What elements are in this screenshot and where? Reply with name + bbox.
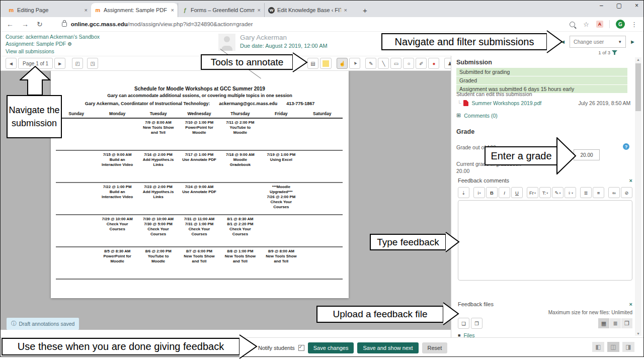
save-changes-button[interactable]: Save changes [308, 342, 354, 353]
panel-scrollbar[interactable]: ▲ ▼ [635, 57, 641, 336]
course-link[interactable]: Course: ackerman Ackerman's Sandbox [6, 33, 100, 40]
tab-close-icon[interactable]: × [171, 7, 174, 13]
reset-button[interactable]: Reset [422, 342, 448, 353]
refresh-icon[interactable]: ↻ [37, 20, 43, 28]
pdf-file-icon [463, 100, 468, 106]
forward-icon[interactable]: → [22, 20, 29, 28]
tree-view-icon[interactable]: ❒ [621, 318, 632, 328]
callout-type-feedback: Type feedback [370, 234, 446, 250]
bold-icon[interactable]: B [486, 187, 498, 198]
panel-scroll-thumb[interactable] [635, 63, 641, 111]
icon-view-icon[interactable]: ▦ [598, 318, 609, 328]
view-all-submissions-link[interactable]: View all submissions [6, 48, 100, 55]
comment-icon[interactable]: ▤ [307, 58, 318, 69]
select-icon[interactable]: ➤ [349, 58, 360, 69]
close-icon[interactable]: × [635, 2, 638, 9]
help-icon[interactable]: ? [623, 143, 629, 150]
italic-icon[interactable]: I [499, 187, 510, 198]
current-grade-value: 20.00 [456, 168, 469, 174]
collapse-icon[interactable]: × [629, 301, 632, 307]
zoom-icon[interactable] [570, 22, 575, 27]
tab-close-icon[interactable]: × [85, 7, 88, 13]
schedule-cell [56, 217, 97, 245]
annotation-toolbar: ▤☝➤✎╲▭○✐●♟× [307, 58, 468, 69]
scroll-up-icon[interactable]: ▲ [635, 58, 641, 61]
filter-funnel-icon[interactable] [612, 50, 617, 55]
browser-tab[interactable]: ƒForms – Greenfield Community C× [178, 3, 264, 17]
highlight-pen-icon[interactable]: ✐ [416, 58, 427, 69]
pdf-days-row: SundayMondayTuesdayWednesdayThursdayFrid… [56, 111, 343, 119]
pan-icon[interactable]: ☝ [337, 58, 348, 69]
new-folder-icon[interactable]: ❐ [471, 318, 482, 329]
student-avatar [218, 34, 235, 51]
unordered-list-icon[interactable]: ≣ [580, 187, 592, 198]
font-size-icon[interactable]: T:▾ [539, 187, 551, 198]
expand-view-icon[interactable]: ◳ [87, 58, 98, 69]
change-user-select[interactable]: Change user ▼ [570, 36, 626, 48]
new-tab-button[interactable]: + [363, 6, 367, 15]
annotation-color-icon[interactable]: ● [428, 58, 439, 69]
notify-students-checkbox[interactable] [298, 345, 304, 351]
browser-tab[interactable]: mEditing Page× [5, 3, 91, 17]
link-icon[interactable]: ∞ [608, 187, 620, 198]
feedback-comments-textarea[interactable] [458, 200, 632, 281]
gear-icon[interactable]: ⚙ [67, 41, 72, 47]
adobe-extension-icon[interactable]: A [596, 21, 603, 28]
browser-menu-icon[interactable]: ⋮ [631, 21, 637, 28]
browser-tab[interactable]: mAssignment: Sample PDF× [91, 3, 178, 17]
minimize-icon[interactable]: – [600, 2, 603, 9]
next-page-icon[interactable]: ► [54, 58, 65, 69]
assignment-link[interactable]: Assignment: Sample PDF ⚙ [6, 40, 100, 48]
collapse-toolbar-icon[interactable]: ⇣ [458, 187, 469, 198]
layout-right-icon[interactable]: ◨ [622, 342, 634, 352]
save-and-show-next-button[interactable]: Save and show next [357, 342, 418, 353]
pdf-page[interactable]: Schedule for Moodle Workshops at GCC Sum… [51, 71, 349, 298]
pdf-email: ackermang@gcc.mass.edu [219, 101, 277, 106]
profile-avatar[interactable]: G [616, 20, 625, 29]
chevron-down-icon: ▾ [559, 191, 560, 195]
schedule-cell [220, 185, 261, 213]
line-icon[interactable]: ╲ [378, 58, 389, 69]
text-color-icon[interactable]: ✎▾ [552, 187, 564, 198]
browser-tab[interactable]: WEdit Knowledge Base ‹ FITS FAQs× [264, 3, 351, 17]
collapse-icon[interactable]: × [629, 177, 632, 184]
expand-icon[interactable]: ⊞ [456, 112, 461, 119]
layout-both-icon[interactable]: ◫ [607, 342, 619, 352]
breadcrumb: Course: ackerman Ackerman's Sandbox Assi… [6, 33, 100, 55]
previous-page-icon[interactable]: ◄ [6, 58, 17, 69]
list-view-icon[interactable]: ≣ [610, 318, 621, 328]
pdf-contact-line: Gary Ackerman, Coordintator of Instructi… [51, 101, 349, 106]
lock-icon[interactable] [62, 22, 67, 27]
comment-color-swatch[interactable] [320, 58, 332, 69]
callout-arrow-right [292, 52, 308, 72]
oval-icon[interactable]: ○ [403, 58, 414, 69]
position-label: 1 of 3 [598, 50, 610, 55]
pen-icon[interactable]: ✎ [365, 58, 376, 69]
back-icon[interactable]: ← [7, 20, 14, 28]
grade-input[interactable] [574, 149, 600, 160]
tab-close-icon[interactable]: × [258, 7, 261, 13]
address-input[interactable]: online.gcc.mass.edu/mod/assign/view.php?… [71, 21, 570, 27]
paragraph-styles-icon[interactable]: i▾ [473, 187, 485, 198]
next-user-icon[interactable]: ► [630, 39, 635, 45]
unlink-icon[interactable]: ⊘ [621, 187, 632, 198]
search-comments-icon[interactable]: ◰ [72, 58, 83, 69]
bookmark-star-icon[interactable]: ☆ [583, 21, 589, 28]
underline-icon[interactable]: U [511, 187, 523, 198]
font-family-icon[interactable]: Fr▾ [527, 187, 538, 198]
day-header: Monday [97, 111, 137, 116]
schedule-cell: 7/15 @ 9:00 AMBuild anInteractive Video [97, 152, 137, 181]
tab-title: Forms – Greenfield Community C [191, 7, 255, 13]
scroll-down-icon[interactable]: ▼ [635, 332, 641, 335]
submission-file-link[interactable]: Summer Workshops 2019.pdf [471, 100, 556, 106]
ordered-list-icon[interactable]: ≡ [593, 187, 604, 198]
comments-toggle[interactable]: ⊞ Comments (0) [456, 112, 498, 119]
pdf-annotation-area[interactable]: Schedule for Moodle Workshops at GCC Sum… [1, 71, 451, 330]
insert-icon[interactable]: ♀▾ [565, 187, 576, 198]
moodle-icon: m [95, 7, 101, 14]
maximize-icon[interactable]: ▢ [616, 2, 622, 9]
layout-left-icon[interactable]: ◧ [592, 342, 604, 352]
rectangle-icon[interactable]: ▭ [390, 58, 401, 69]
callout-navigate-filter: Navigate and filter submissions [381, 33, 547, 50]
tab-close-icon[interactable]: × [344, 7, 347, 13]
